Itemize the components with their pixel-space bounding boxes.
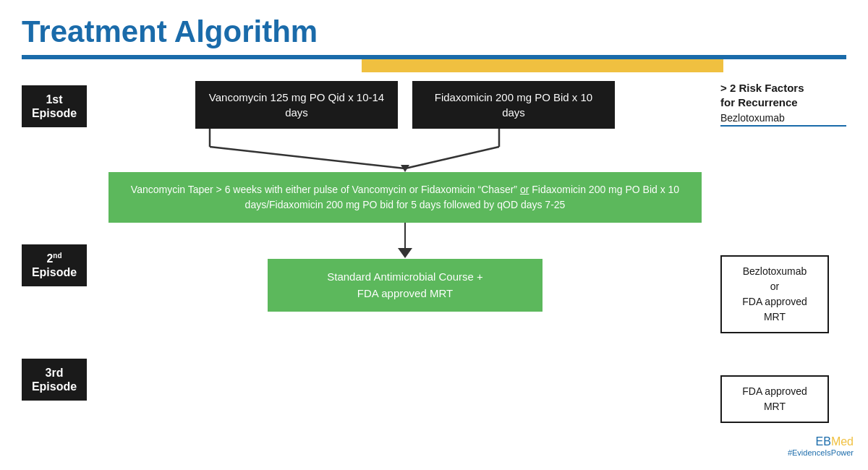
med-text: Med [831, 435, 854, 448]
ebmed-text: EBMed [788, 435, 854, 448]
arrow-ep2-to-ep3 [101, 223, 709, 259]
episode-1-label: 1st Episode [22, 85, 87, 127]
episode-2-label: 2nd Episode [22, 244, 87, 287]
right-panel: > 2 Risk Factorsfor Recurrence Bezlotoxu… [709, 81, 846, 423]
risk-factors-header: > 2 Risk Factorsfor Recurrence [720, 81, 846, 109]
main-content: Vancomycin 125 mg PO Qid x 10-14 days Fi… [101, 81, 709, 312]
svg-line-1 [210, 147, 405, 168]
converge-arrows [101, 129, 709, 172]
page-title: Treatment Algorithm [22, 14, 846, 49]
ep2-treatment-box: Vancomycin Taper > 6 weeks with either p… [109, 172, 702, 223]
or-text: or [520, 184, 529, 195]
yellow-bar-container [22, 59, 846, 72]
ebmed-tagline: #EvidenceIsPower [788, 448, 854, 457]
episodes-column: 1st Episode 2nd Episode 3rd Episode [22, 81, 101, 405]
slide: Treatment Algorithm 1st Episode 2nd Epis… [0, 0, 868, 470]
vancomycin-box: Vancomycin 125 mg PO Qid x 10-14 days [195, 81, 398, 129]
ep3-right-box: FDA approvedMRT [720, 375, 829, 423]
eb-text: EB [816, 435, 831, 448]
bezlotoxumab-ep1: Bezlotoxumab [720, 112, 846, 127]
ebmed-logo: EBMed #EvidenceIsPower [788, 435, 854, 457]
episode-3-label: 3rd Episode [22, 359, 87, 401]
risk-factors-section: > 2 Risk Factorsfor Recurrence Bezlotoxu… [720, 81, 846, 127]
yellow-bar [362, 59, 723, 72]
ep2-right-box: BezlotoxumaborFDA approvedMRT [720, 255, 829, 333]
ep1-boxes-row: Vancomycin 125 mg PO Qid x 10-14 days Fi… [101, 81, 709, 129]
svg-line-3 [405, 147, 499, 168]
fidaxomicin-box: Fidaxomicin 200 mg PO Bid x 10 days [412, 81, 615, 129]
ep3-treatment-box: Standard Antimicrobial Course +FDA appro… [268, 259, 542, 312]
